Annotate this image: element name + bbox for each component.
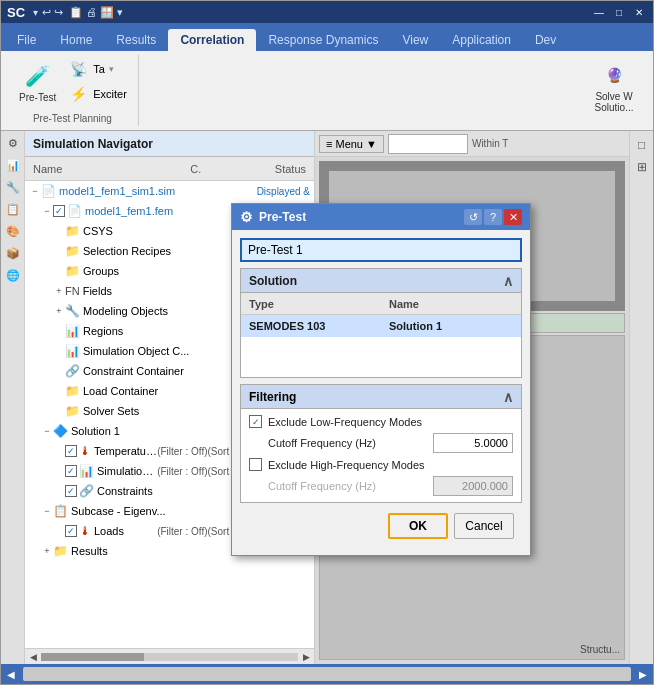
strip-btn-3[interactable]: 🔧 [3,177,23,197]
exciter-button[interactable]: ⚡ Exciter [64,82,130,106]
dialog-titlebar: ⚙ Pre-Test ↺ ? ✕ [232,204,530,230]
scrollbar-track[interactable] [41,653,298,661]
tree-status: Displayed & [257,186,314,197]
expand-icon[interactable]: + [53,285,65,297]
exclude-high-freq-row: Exclude High-Frequency Modes [249,458,513,471]
scrollbar-thumb[interactable] [41,653,144,661]
status-scroll-right[interactable]: ▶ [639,669,647,680]
exclude-low-freq-row: ✓ Exclude Low-Frequency Modes [249,415,513,428]
scroll-right-btn[interactable]: ▶ [300,651,312,663]
tree-checkbox[interactable]: ✓ [65,445,77,457]
ribbon-small-buttons: 📡 Ta ▾ ⚡ Exciter [64,57,130,106]
exciter-label: Exciter [93,88,127,100]
solve-icon: 🔮 [598,59,630,91]
solution-row[interactable]: SEMODES 103 Solution 1 [241,315,521,337]
tree-item[interactable]: − 📄 model1_fem1_sim1.sim Displayed & [25,181,314,201]
strip-btn-2[interactable]: 📊 [3,155,23,175]
ribbon-tabs: File Home Results Correlation Response D… [1,23,653,51]
solver-icon: 📁 [65,404,80,418]
sensor-dropdown[interactable]: ▾ [109,64,114,74]
expand-icon[interactable]: − [29,185,41,197]
close-btn[interactable]: ✕ [631,4,647,20]
pretest-button[interactable]: 🧪 Pre-Test [15,58,60,105]
filtering-collapse-btn[interactable]: ∧ [503,389,513,405]
solve-button[interactable]: 🔮 Solve WSolutio... [589,57,639,115]
menu-dropdown[interactable]: ≡ Menu ▼ [319,135,384,153]
left-icon-strip: ⚙ 📊 🔧 📋 🎨 📦 🌐 [1,131,25,664]
pretest-icon: 🧪 [22,60,54,92]
ribbon-buttons: 🧪 Pre-Test 📡 Ta ▾ ⚡ Exciter [15,57,130,106]
maximize-btn[interactable]: □ [611,4,627,20]
tab-file[interactable]: File [5,29,48,51]
window-menu-btn[interactable]: ▾ [33,7,38,18]
ok-button[interactable]: OK [388,513,448,539]
strip-btn-1[interactable]: ⚙ [3,133,23,153]
tab-home[interactable]: Home [48,29,104,51]
exclude-high-freq-label: Exclude High-Frequency Modes [268,459,513,471]
status-scrollbar[interactable] [23,667,631,681]
dialog-close-btn[interactable]: ✕ [504,209,522,225]
sidebar-title: Simulation Navigator [33,137,153,151]
strip-btn-6[interactable]: 📦 [3,243,23,263]
tree-checkbox[interactable]: ✓ [65,525,77,537]
dialog-refresh-btn[interactable]: ↺ [464,209,482,225]
strip-btn-7[interactable]: 🌐 [3,265,23,285]
dialog-buttons: OK Cancel [240,509,522,547]
dialog-help-btn[interactable]: ? [484,209,502,225]
minimize-btn[interactable]: — [591,4,607,20]
right-col-btn-1[interactable]: □ [632,135,652,155]
expand-icon[interactable]: − [41,505,53,517]
sensor-button[interactable]: 📡 Ta ▾ [64,57,130,81]
pretest-name-input[interactable] [240,238,522,262]
filtering-section: Filtering ∧ ✓ Exclude Low-Frequency Mode… [240,384,522,503]
dialog-body: Solution ∧ Type Name SEMODES 103 Solutio… [232,230,530,555]
tree-checkbox[interactable]: ✓ [53,205,65,217]
cutoff-low-input[interactable] [433,433,513,453]
col-c: C. [190,163,201,175]
folder-icon: 📁 [65,264,80,278]
expand-icon[interactable]: − [41,425,53,437]
dialog-title: Pre-Test [259,210,464,224]
filter-body: ✓ Exclude Low-Frequency Modes Cutoff Fre… [241,409,521,502]
tab-results[interactable]: Results [104,29,168,51]
expand-icon[interactable]: + [41,545,53,557]
exclude-low-freq-checkbox[interactable]: ✓ [249,415,262,428]
solution-collapse-btn[interactable]: ∧ [503,273,513,289]
tree-checkbox[interactable]: ✓ [65,465,77,477]
tree-label: model1_fem1_sim1.sim [59,185,257,197]
tab-view[interactable]: View [390,29,440,51]
loads-icon: 🌡 [79,524,91,538]
col-name: Name [33,163,62,175]
cutoff-low-label: Cutoff Frequency (Hz) [268,437,427,449]
tree-label: Temperatures [94,445,157,457]
right-col-btn-2[interactable]: ⊞ [632,157,652,177]
filtering-header: Filtering ∧ [241,385,521,409]
sidebar-subheader: Name C. Status [25,157,314,181]
cutoff-high-row: Cutoff Frequency (Hz) [249,476,513,496]
expand-icon[interactable]: − [41,205,53,217]
tab-application[interactable]: Application [440,29,523,51]
scroll-left-btn[interactable]: ◀ [27,651,39,663]
within-label: Within T [472,138,509,149]
pretest-label: Pre-Test [19,92,56,103]
status-scroll-left[interactable]: ◀ [7,669,15,680]
tab-dev[interactable]: Dev [523,29,568,51]
strip-btn-4[interactable]: 📋 [3,199,23,219]
dialog-title-buttons: ↺ ? ✕ [464,209,522,225]
expand-icon[interactable]: + [53,305,65,317]
app-window: SC ▾ ↩ ↪ 📋 🖨 🪟 ▾ — □ ✕ File Home Results… [0,0,654,685]
ribbon-group-solve: 🔮 Solve WSolutio... [581,55,647,126]
struct-label: Structu... [324,644,620,655]
title-bar: SC ▾ ↩ ↪ 📋 🖨 🪟 ▾ — □ ✕ [1,1,653,23]
pretest-dialog: ⚙ Pre-Test ↺ ? ✕ Solution [231,203,531,556]
constraint-icon: 🔗 [65,364,80,378]
sim-icon: 📊 [79,464,94,478]
exclude-high-freq-checkbox[interactable] [249,458,262,471]
tab-correlation[interactable]: Correlation [168,29,256,51]
sensor-label: Ta [93,63,105,75]
tree-checkbox[interactable]: ✓ [65,485,77,497]
filter-input[interactable] [388,134,468,154]
tab-response-dynamics[interactable]: Response Dynamics [256,29,390,51]
strip-btn-5[interactable]: 🎨 [3,221,23,241]
cancel-button[interactable]: Cancel [454,513,514,539]
